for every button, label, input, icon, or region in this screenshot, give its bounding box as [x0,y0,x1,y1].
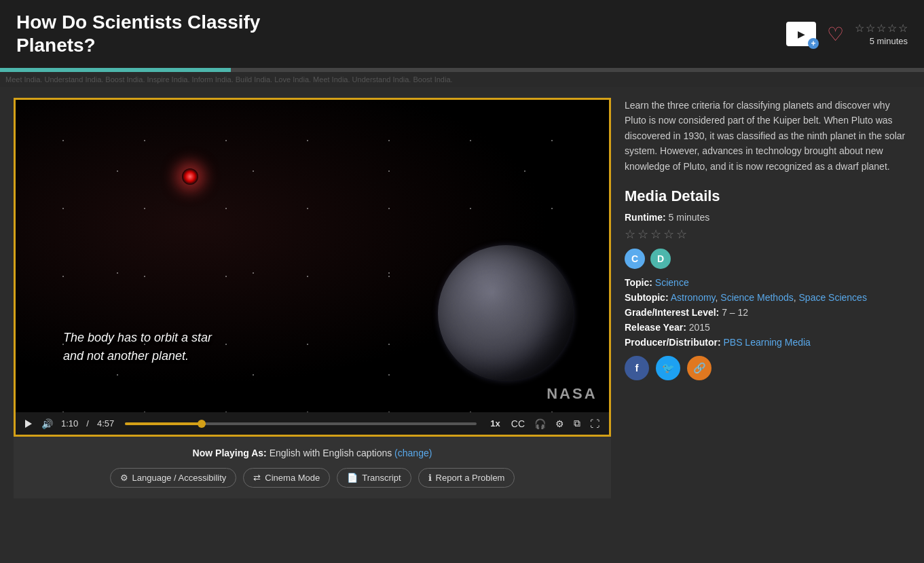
action-buttons: ⚙ Language / Accessibility ⇄ Cinema Mode… [24,468,600,488]
subtopic-label: Subtopic: [625,292,669,303]
change-link[interactable]: (change) [394,448,432,458]
save-button[interactable]: ♡ [827,23,844,46]
star-1[interactable]: ☆ [625,227,635,242]
facebook-icon: f [635,362,639,374]
below-video-section: Now Playing As: English with English cap… [14,437,611,498]
settings-button[interactable]: ⚙ [554,418,566,429]
pip-icon: ⧉ [574,418,580,429]
header-star-5[interactable]: ☆ [898,22,908,35]
now-playing-bar: Now Playing As: English with English cap… [24,448,600,458]
fullscreen-button[interactable]: ⛶ [589,418,601,429]
fullscreen-icon: ⛶ [590,418,599,429]
subtopic-astronomy[interactable]: Astronomy [671,292,716,303]
video-controls: 🔊 1:10 / 4:57 1x CC 🎧 ⚙ ⧉ [16,412,609,435]
headphone-button[interactable]: 🎧 [533,418,547,429]
transcript-button[interactable]: 📄 Transcript [337,468,411,488]
release-row: Release Year: 2015 [625,322,910,333]
link-icon: 🔗 [693,362,706,374]
captions-button[interactable]: CC [510,418,526,429]
plus-icon: + [808,38,819,49]
producer-value[interactable]: PBS Learning Media [723,337,810,348]
subtopic-science-methods[interactable]: Science Methods [720,292,793,303]
video-screen[interactable]: The body has to orbit a star and not ano… [16,100,609,412]
cinema-icon: ⇄ [253,473,261,483]
total-time: 4:57 [97,418,114,429]
cinema-mode-button[interactable]: ⇄ Cinema Mode [243,468,330,488]
rating-duration-block: ☆ ☆ ☆ ☆ ☆ 5 minutes [855,22,908,46]
heart-icon: ♡ [827,23,844,46]
subtopic-space-sciences[interactable]: Space Sciences [799,292,867,303]
badge-c: C [625,249,645,269]
progress-bar[interactable] [0,68,924,72]
main-content: The body has to orbit a star and not ano… [0,87,924,509]
language-accessibility-button[interactable]: ⚙ Language / Accessibility [110,468,237,488]
nasa-watermark: NASA [547,385,597,403]
subtopic-row: Subtopic: Astronomy, Science Methods, Sp… [625,292,910,303]
sidebar: Learn the three criteria for classifying… [625,98,910,380]
topic-label: Topic: [625,277,652,288]
video-wrapper: The body has to orbit a star and not ano… [14,98,611,437]
social-icons: f 🐦 🔗 [625,356,910,380]
badge-d: D [650,249,671,269]
speed-button[interactable]: 1x [487,418,502,429]
star-5[interactable]: ☆ [676,227,687,242]
video-add-icon: + [786,22,816,46]
audience-badges: C D [625,249,910,269]
runtime-value: 5 minutes [669,212,710,223]
video-progress-track[interactable] [125,422,477,425]
add-to-playlist-button[interactable]: + [786,22,816,46]
lang-icon: ⚙ [120,473,128,483]
media-details-title: Media Details [625,187,910,205]
grade-row: Grade/Interest Level: 7 – 12 [625,307,910,318]
twitter-icon: 🐦 [662,362,675,374]
grade-label: Grade/Interest Level: [625,307,719,318]
release-label: Release Year: [625,322,686,333]
report-icon: ℹ [428,473,432,483]
video-progress-played [125,422,202,425]
planet-graphic [438,245,574,381]
grade-value: 7 – 12 [722,307,748,318]
header-star-4[interactable]: ☆ [887,22,897,35]
runtime-label: Runtime: [625,212,666,223]
play-button[interactable] [24,420,33,428]
now-playing-value: English with English captions [270,448,392,458]
progress-fill [0,68,231,72]
red-star [182,168,198,185]
rating-stars[interactable]: ☆ ☆ ☆ ☆ ☆ [625,227,910,242]
headphone-icon: 🎧 [534,418,546,429]
header: How Do Scientists Classify Planets? + ♡ … [0,0,924,68]
header-star-3[interactable]: ☆ [876,22,886,35]
topic-value[interactable]: Science [655,277,689,288]
time-separator: / [86,418,89,429]
header-duration: 5 minutes [870,36,908,46]
star-3[interactable]: ☆ [650,227,661,242]
cc-icon: CC [511,418,525,429]
volume-button[interactable]: 🔊 [40,418,54,429]
star-4[interactable]: ☆ [663,227,674,242]
page-title: How Do Scientists Classify Planets? [16,11,260,56]
release-value: 2015 [689,322,710,333]
now-playing-label: Now Playing As: [193,448,267,458]
pip-button[interactable]: ⧉ [572,418,582,429]
header-controls: + ♡ ☆ ☆ ☆ ☆ ☆ 5 minutes [786,22,908,46]
transcript-icon: 📄 [347,473,358,483]
copy-link-button[interactable]: 🔗 [687,356,712,380]
producer-label: Producer/Distributor: [625,337,721,348]
header-stars[interactable]: ☆ ☆ ☆ ☆ ☆ [855,22,908,35]
report-problem-button[interactable]: ℹ Report a Problem [418,468,515,488]
twitter-button[interactable]: 🐦 [656,356,680,380]
video-caption: The body has to orbit a star and not ano… [63,329,212,365]
current-time: 1:10 [61,418,78,429]
play-icon [25,420,32,428]
star-2[interactable]: ☆ [637,227,648,242]
topic-row: Topic: Science [625,277,910,288]
header-star-1[interactable]: ☆ [855,22,864,35]
settings-icon: ⚙ [555,418,564,429]
video-panel: The body has to orbit a star and not ano… [14,98,611,498]
timeline-text: Meet India. Understand India. Boost Indi… [0,72,924,87]
volume-icon: 🔊 [41,418,53,429]
header-star-2[interactable]: ☆ [866,22,875,35]
facebook-button[interactable]: f [625,356,649,380]
description: Learn the three criteria for classifying… [625,98,910,174]
producer-row: Producer/Distributor: PBS Learning Media [625,337,910,348]
